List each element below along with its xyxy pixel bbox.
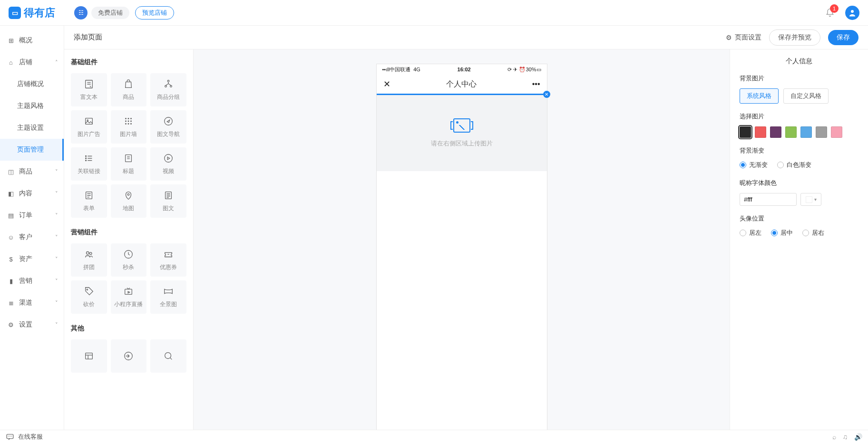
svg-point-17 bbox=[85, 155, 86, 156]
channels-icon: ≣ bbox=[8, 299, 14, 307]
marketing-icon: ▮ bbox=[8, 278, 14, 285]
nav-orders[interactable]: ▤订单˅ bbox=[0, 204, 64, 226]
user-icon bbox=[848, 9, 857, 17]
comp-other-3[interactable] bbox=[150, 339, 186, 373]
nav-content[interactable]: ◧内容˅ bbox=[0, 183, 64, 204]
section-other: 其他 bbox=[71, 324, 186, 333]
radio-white-gradient[interactable]: 白色渐变 bbox=[777, 161, 811, 169]
comp-flash-sale[interactable]: 秒杀 bbox=[111, 243, 147, 277]
nav-marketing[interactable]: ▮营销˅ bbox=[0, 270, 64, 292]
color-swatches bbox=[740, 126, 858, 138]
radio-pos-center[interactable]: 居中 bbox=[771, 229, 793, 237]
radio-pos-left[interactable]: 居左 bbox=[740, 229, 761, 237]
status-time: 16:02 bbox=[420, 67, 508, 72]
nav-theme-settings[interactable]: 主题设置 bbox=[0, 117, 64, 139]
clock-icon bbox=[123, 249, 134, 260]
content-icon: ◧ bbox=[8, 190, 14, 197]
comp-video[interactable]: 视频 bbox=[150, 147, 186, 181]
nav-shop-overview[interactable]: 店铺概况 bbox=[0, 73, 64, 95]
svg-point-10 bbox=[126, 120, 127, 122]
comp-other-2[interactable] bbox=[111, 339, 147, 373]
nav-theme-style[interactable]: 主题风格 bbox=[0, 95, 64, 117]
comp-map[interactable]: 地图 bbox=[111, 184, 147, 218]
drop-zone[interactable]: ✕ bbox=[377, 94, 547, 95]
upload-hint: 请在右侧区域上传图片 bbox=[431, 139, 493, 148]
comp-image-ad[interactable]: 图片广告 bbox=[71, 110, 107, 144]
assets-icon: $ bbox=[8, 256, 14, 263]
nav-goods[interactable]: ◫商品˅ bbox=[0, 161, 64, 183]
swatch-grey[interactable] bbox=[816, 126, 827, 138]
drop-close-icon[interactable]: ✕ bbox=[543, 91, 550, 98]
bg-image-label: 背景图片 bbox=[740, 74, 858, 83]
nav-settings[interactable]: ⚙设置˅ bbox=[0, 314, 64, 336]
page-header: 添加页面 ⚙页面设置 保存并预览 保存 bbox=[64, 26, 868, 49]
gradient-label: 背景渐变 bbox=[740, 146, 858, 155]
chat-icon bbox=[6, 433, 14, 441]
comp-image-text[interactable]: 图文 bbox=[150, 184, 186, 218]
svg-point-2 bbox=[167, 80, 169, 82]
radio-no-gradient[interactable]: 无渐变 bbox=[740, 161, 768, 169]
comp-goods-group[interactable]: 商品分组 bbox=[150, 73, 186, 106]
svg-rect-33 bbox=[7, 434, 13, 438]
comp-title[interactable]: 标题 bbox=[111, 147, 147, 181]
tab-system-style[interactable]: 系统风格 bbox=[740, 88, 779, 104]
comp-other-1[interactable] bbox=[71, 339, 107, 373]
nav-shop[interactable]: ⌂店铺˄ bbox=[0, 51, 64, 73]
save-button[interactable]: 保存 bbox=[828, 30, 858, 45]
user-menu[interactable] bbox=[845, 6, 859, 20]
color-preview-button[interactable]: ▾ bbox=[800, 193, 821, 206]
comp-group-buy[interactable]: 拼团 bbox=[71, 243, 107, 277]
comp-form[interactable]: 表单 bbox=[71, 184, 107, 218]
preview-shop-button[interactable]: 预览店铺 bbox=[135, 6, 174, 19]
footer-icon-3[interactable]: 🔊 bbox=[854, 433, 862, 441]
comp-coupon[interactable]: 优惠券 bbox=[150, 243, 186, 277]
online-support-button[interactable]: 在线客服 bbox=[6, 433, 43, 441]
tab-custom-style[interactable]: 自定义风格 bbox=[783, 88, 829, 104]
logo-text: 得有店 bbox=[24, 6, 55, 20]
comp-image-wall[interactable]: 图片墙 bbox=[111, 110, 147, 144]
grid-dots-icon bbox=[123, 116, 134, 126]
svg-rect-5 bbox=[85, 118, 92, 124]
comp-live[interactable]: 小程序直播 bbox=[111, 280, 147, 314]
shop-selector[interactable]: ☷ bbox=[74, 6, 88, 19]
footer-icon-2[interactable]: ♫ bbox=[843, 433, 848, 441]
swatch-green[interactable] bbox=[785, 126, 797, 138]
tree-icon bbox=[163, 79, 174, 89]
save-preview-button[interactable]: 保存并预览 bbox=[769, 29, 820, 46]
close-icon[interactable]: ✕ bbox=[383, 79, 390, 89]
props-panel: 个人信息 背景图片 系统风格 自定义风格 选择图片 背景渐变 bbox=[730, 49, 868, 443]
comp-goods[interactable]: 商品 bbox=[111, 73, 147, 106]
nickname-color-input[interactable] bbox=[740, 193, 797, 206]
svg-point-3 bbox=[165, 85, 167, 87]
swatch-purple[interactable] bbox=[770, 126, 781, 138]
image-icon bbox=[84, 116, 94, 126]
phone-navbar: ✕ 个人中心 ••• bbox=[377, 75, 547, 94]
gear-icon: ⚙ bbox=[8, 321, 14, 328]
comp-related-link[interactable]: 关联链接 bbox=[71, 147, 107, 181]
swatch-blue[interactable] bbox=[800, 126, 812, 138]
gear-icon: ⚙ bbox=[726, 34, 732, 41]
radio-pos-right[interactable]: 居右 bbox=[802, 229, 824, 237]
nav-overview[interactable]: ⊞概况 bbox=[0, 29, 64, 51]
nav-channels[interactable]: ≣渠道˅ bbox=[0, 292, 64, 314]
more-icon[interactable]: ••• bbox=[532, 80, 540, 88]
upload-area[interactable]: 请在右侧区域上传图片 bbox=[377, 95, 547, 171]
logo[interactable]: ▭ 得有店 bbox=[9, 6, 55, 20]
comp-image-nav[interactable]: 图文导航 bbox=[150, 110, 186, 144]
comp-panorama[interactable]: 全景图 bbox=[150, 280, 186, 314]
notification-button[interactable]: 1 bbox=[825, 8, 835, 18]
svg-point-16 bbox=[165, 117, 173, 125]
comp-bargain[interactable]: 砍价 bbox=[71, 280, 107, 314]
nav-assets[interactable]: $资产˅ bbox=[0, 248, 64, 270]
footer-icon-1[interactable]: ⌕ bbox=[832, 433, 836, 441]
page-settings-button[interactable]: ⚙页面设置 bbox=[726, 33, 761, 42]
comp-richtext[interactable]: 富文本 bbox=[71, 73, 107, 106]
svg-point-14 bbox=[128, 123, 129, 125]
nav-customers[interactable]: ☺客户˅ bbox=[0, 226, 64, 248]
swatch-dark[interactable] bbox=[740, 126, 751, 138]
canvas[interactable]: ••ıll 中国联通 4G 16:02 ⟳ ✈ ⏰ 30% ▭ ✕ 个人中心 •… bbox=[194, 49, 730, 443]
swatch-red[interactable] bbox=[755, 126, 766, 138]
swatch-pink[interactable] bbox=[831, 126, 842, 138]
nav-page-manage[interactable]: 页面管理 bbox=[0, 139, 64, 161]
sidebar: ⊞概况 ⌂店铺˄ 店铺概况 主题风格 主题设置 页面管理 ◫商品˅ ◧内容˅ ▤… bbox=[0, 26, 64, 443]
